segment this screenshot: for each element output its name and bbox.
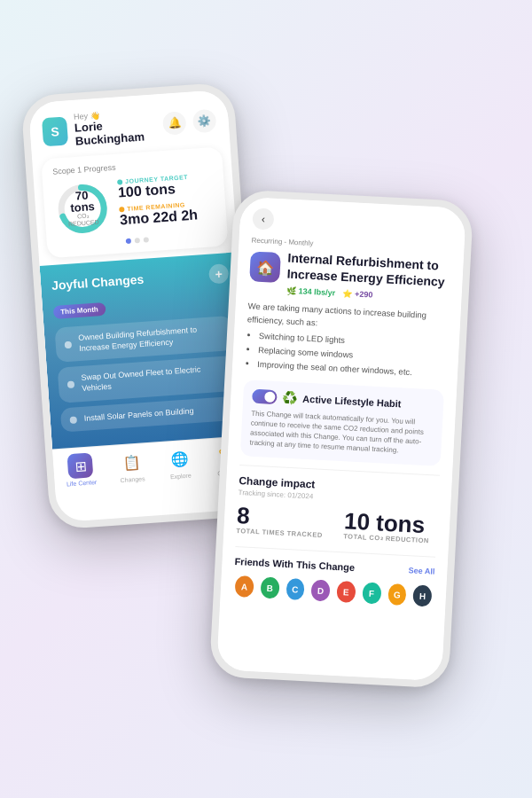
divider-2 <box>235 546 435 558</box>
friend-avatar-8: H <box>411 583 434 609</box>
divider-1 <box>239 465 440 476</box>
scope-card: Scope 1 Progress 70 tons CO₂REDUCED <box>41 146 228 258</box>
change-text-3: Install Solar Panels on Building <box>83 406 194 424</box>
points-stat: ⭐ +290 <box>342 289 373 300</box>
app-logo-icon: S <box>42 116 68 146</box>
change-title-area: Internal Refurbishment to Increase Energ… <box>286 250 450 304</box>
joyful-section: Joyful Changes + This Month Owned Buildi… <box>40 252 251 450</box>
change-bullets: Switching to LED lights Replacing some w… <box>257 330 447 381</box>
change-detail-icon: 🏠 <box>249 251 281 283</box>
user-name: Lorie Buckingham <box>74 115 164 148</box>
changes-icon: 📋 <box>118 450 145 476</box>
times-tracked-stat: 8 TOTAL TIMES TRACKED <box>236 504 331 540</box>
donut-chart: 70 tons CO₂REDUCED <box>53 179 112 238</box>
notification-icon[interactable]: 🔔 <box>162 111 187 136</box>
change-impact-section: Change impact Tracking since: 01/2024 8 … <box>236 474 439 545</box>
friend-avatar-4: D <box>309 578 332 604</box>
active-lifestyle-section: ♻️ Active Lifestyle Habit This Change wi… <box>240 379 444 466</box>
nav-changes[interactable]: 📋 Changes <box>118 450 145 484</box>
this-month-badge[interactable]: This Month <box>53 302 106 319</box>
joyful-title: Joyful Changes <box>51 272 145 293</box>
change-text-1: Owned Building Refurbishment to Increase… <box>78 324 224 355</box>
active-lifestyle-title: Active Lifestyle Habit <box>302 393 402 409</box>
nav-life-center[interactable]: ⊞ Life Center <box>65 453 98 488</box>
scope-content: 70 tons CO₂REDUCED JOURNEY TARGET 100 to… <box>53 172 216 238</box>
nav-life-center-label: Life Center <box>66 479 98 487</box>
greeting-area: Hey 👋 Lorie Buckingham <box>74 106 164 148</box>
lbs-stat: 🌿 134 lbs/yr <box>286 286 335 298</box>
change-dot-2 <box>67 381 75 389</box>
nav-explore[interactable]: 🌐 Explore <box>167 446 194 481</box>
change-description: We are taking many actions to increase b… <box>245 301 449 381</box>
change-text-2: Swap Out Owned Fleet to Electric Vehicle… <box>81 364 227 395</box>
change-dot-3 <box>69 416 77 424</box>
life-center-icon: ⊞ <box>67 453 94 480</box>
see-all-button[interactable]: See All <box>408 566 434 576</box>
donut-value: 70 tons <box>66 189 98 214</box>
friends-header: Friends With This Change See All <box>234 556 434 577</box>
phones-container: S Hey 👋 Lorie Buckingham 🔔 ⚙️ Scope 1 Pr… <box>9 18 523 780</box>
friend-avatar-3: C <box>284 576 307 602</box>
recycle-icon: ♻️ <box>282 390 298 405</box>
phone-right: ‹ Recurring - Monthly 🏠 Internal Refurbi… <box>209 189 473 688</box>
impact-stats: 8 TOTAL TIMES TRACKED 10 tons TOTAL CO₂ … <box>236 504 438 546</box>
change-main-title: Internal Refurbishment to Increase Energ… <box>286 250 451 291</box>
right-content: Recurring - Monthly 🏠 Internal Refurbish… <box>216 236 464 682</box>
change-item-3[interactable]: Install Solar Panels on Building <box>60 396 239 434</box>
nav-changes-label: Changes <box>120 476 145 484</box>
nav-explore-label: Explore <box>170 473 192 481</box>
auto-track-toggle[interactable] <box>252 388 278 403</box>
settings-icon[interactable]: ⚙️ <box>192 109 217 134</box>
add-change-button[interactable]: + <box>208 263 229 284</box>
friend-avatar-2: B <box>258 575 281 600</box>
change-detail-header: 🏠 Internal Refurbishment to Increase Ene… <box>248 247 450 303</box>
friends-title: Friends With This Change <box>234 556 355 573</box>
back-button[interactable]: ‹ <box>252 207 274 230</box>
header-icons: 🔔 ⚙️ <box>162 109 217 136</box>
change-item-2[interactable]: Swap Out Owned Fleet to Electric Vehicle… <box>58 356 237 403</box>
active-lifestyle-desc: This Change will track automatically for… <box>249 408 434 457</box>
friend-avatar-1: A <box>232 574 255 599</box>
co2-reduction-stat: 10 tons TOTAL CO₂ REDUCTION <box>343 510 438 546</box>
logo-area: S Hey 👋 Lorie Buckingham <box>42 106 164 150</box>
explore-icon: 🌐 <box>167 446 193 473</box>
friend-avatar-5: E <box>334 579 357 605</box>
friend-avatar-7: G <box>386 582 409 607</box>
friends-avatars: A B C D E F G H <box>232 574 434 609</box>
friends-section: Friends With This Change See All A B C D… <box>232 556 434 609</box>
joyful-header: Joyful Changes + <box>51 263 229 295</box>
change-dot-1 <box>65 340 73 348</box>
change-item-1[interactable]: Owned Building Refurbishment to Increase… <box>54 316 233 363</box>
friend-avatar-6: F <box>360 581 383 606</box>
scope-targets: JOURNEY TARGET 100 tons TIME REMAINING 3… <box>117 172 216 233</box>
